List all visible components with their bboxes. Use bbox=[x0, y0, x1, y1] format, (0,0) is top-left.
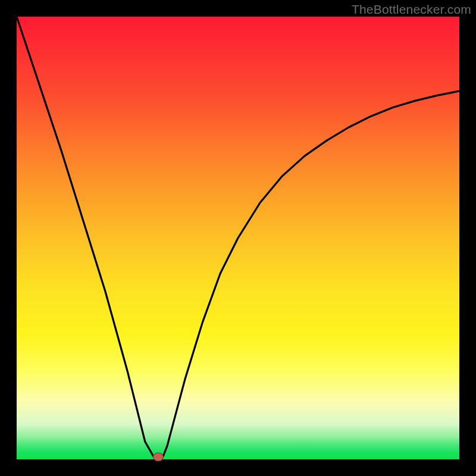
watermark-text: TheBottlenecker.com bbox=[352, 2, 471, 17]
optimum-marker bbox=[153, 452, 164, 461]
chart-svg bbox=[17, 17, 459, 459]
outer-frame: TheBottlenecker.com bbox=[0, 0, 476, 476]
bottleneck-curve bbox=[17, 17, 459, 457]
